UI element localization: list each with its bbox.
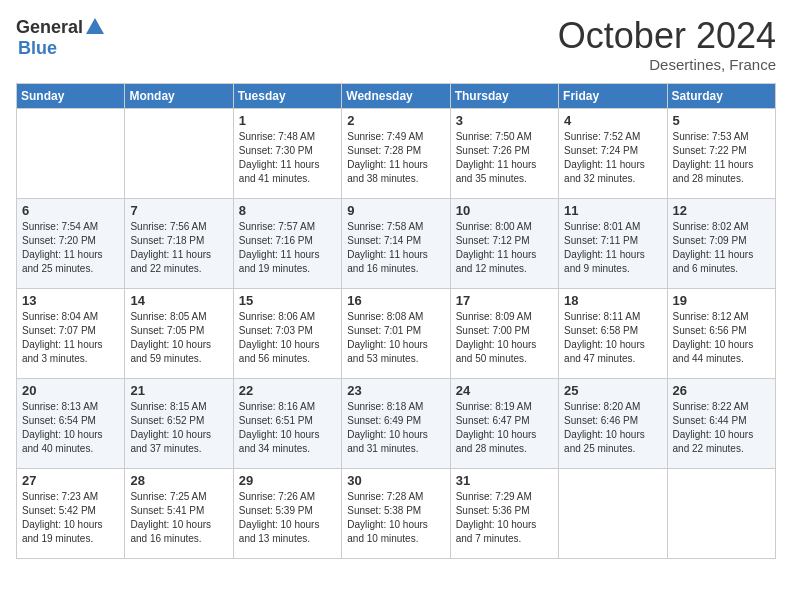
- day-info: Sunrise: 8:04 AMSunset: 7:07 PMDaylight:…: [22, 310, 119, 366]
- calendar-table: SundayMondayTuesdayWednesdayThursdayFrid…: [16, 83, 776, 559]
- day-cell: 4Sunrise: 7:52 AMSunset: 7:24 PMDaylight…: [559, 108, 667, 198]
- logo-general: General: [16, 17, 83, 38]
- col-header-thursday: Thursday: [450, 83, 558, 108]
- day-number: 22: [239, 383, 336, 398]
- logo-blue: Blue: [18, 38, 57, 58]
- day-number: 19: [673, 293, 770, 308]
- day-info: Sunrise: 7:25 AMSunset: 5:41 PMDaylight:…: [130, 490, 227, 546]
- day-cell: 1Sunrise: 7:48 AMSunset: 7:30 PMDaylight…: [233, 108, 341, 198]
- day-info: Sunrise: 8:20 AMSunset: 6:46 PMDaylight:…: [564, 400, 661, 456]
- day-number: 5: [673, 113, 770, 128]
- day-cell: [125, 108, 233, 198]
- day-number: 6: [22, 203, 119, 218]
- col-header-friday: Friday: [559, 83, 667, 108]
- day-info: Sunrise: 8:05 AMSunset: 7:05 PMDaylight:…: [130, 310, 227, 366]
- day-info: Sunrise: 7:54 AMSunset: 7:20 PMDaylight:…: [22, 220, 119, 276]
- day-info: Sunrise: 7:49 AMSunset: 7:28 PMDaylight:…: [347, 130, 444, 186]
- day-cell: 26Sunrise: 8:22 AMSunset: 6:44 PMDayligh…: [667, 378, 775, 468]
- day-number: 14: [130, 293, 227, 308]
- day-cell: 29Sunrise: 7:26 AMSunset: 5:39 PMDayligh…: [233, 468, 341, 558]
- day-info: Sunrise: 7:29 AMSunset: 5:36 PMDaylight:…: [456, 490, 553, 546]
- calendar-header-row: SundayMondayTuesdayWednesdayThursdayFrid…: [17, 83, 776, 108]
- day-cell: 13Sunrise: 8:04 AMSunset: 7:07 PMDayligh…: [17, 288, 125, 378]
- day-cell: 10Sunrise: 8:00 AMSunset: 7:12 PMDayligh…: [450, 198, 558, 288]
- day-number: 4: [564, 113, 661, 128]
- day-cell: 27Sunrise: 7:23 AMSunset: 5:42 PMDayligh…: [17, 468, 125, 558]
- day-cell: 22Sunrise: 8:16 AMSunset: 6:51 PMDayligh…: [233, 378, 341, 468]
- day-cell: 20Sunrise: 8:13 AMSunset: 6:54 PMDayligh…: [17, 378, 125, 468]
- day-number: 21: [130, 383, 227, 398]
- day-number: 17: [456, 293, 553, 308]
- day-cell: 15Sunrise: 8:06 AMSunset: 7:03 PMDayligh…: [233, 288, 341, 378]
- day-cell: 16Sunrise: 8:08 AMSunset: 7:01 PMDayligh…: [342, 288, 450, 378]
- day-cell: 6Sunrise: 7:54 AMSunset: 7:20 PMDaylight…: [17, 198, 125, 288]
- day-info: Sunrise: 8:11 AMSunset: 6:58 PMDaylight:…: [564, 310, 661, 366]
- day-cell: 7Sunrise: 7:56 AMSunset: 7:18 PMDaylight…: [125, 198, 233, 288]
- day-number: 20: [22, 383, 119, 398]
- day-cell: 31Sunrise: 7:29 AMSunset: 5:36 PMDayligh…: [450, 468, 558, 558]
- day-number: 9: [347, 203, 444, 218]
- day-info: Sunrise: 8:12 AMSunset: 6:56 PMDaylight:…: [673, 310, 770, 366]
- col-header-saturday: Saturday: [667, 83, 775, 108]
- week-row-5: 27Sunrise: 7:23 AMSunset: 5:42 PMDayligh…: [17, 468, 776, 558]
- day-number: 29: [239, 473, 336, 488]
- day-cell: 25Sunrise: 8:20 AMSunset: 6:46 PMDayligh…: [559, 378, 667, 468]
- day-info: Sunrise: 8:19 AMSunset: 6:47 PMDaylight:…: [456, 400, 553, 456]
- day-number: 11: [564, 203, 661, 218]
- day-number: 7: [130, 203, 227, 218]
- day-cell: 19Sunrise: 8:12 AMSunset: 6:56 PMDayligh…: [667, 288, 775, 378]
- day-cell: 8Sunrise: 7:57 AMSunset: 7:16 PMDaylight…: [233, 198, 341, 288]
- day-cell: 14Sunrise: 8:05 AMSunset: 7:05 PMDayligh…: [125, 288, 233, 378]
- day-info: Sunrise: 8:13 AMSunset: 6:54 PMDaylight:…: [22, 400, 119, 456]
- day-info: Sunrise: 8:02 AMSunset: 7:09 PMDaylight:…: [673, 220, 770, 276]
- day-number: 12: [673, 203, 770, 218]
- month-title: October 2024: [558, 16, 776, 56]
- day-number: 27: [22, 473, 119, 488]
- day-number: 1: [239, 113, 336, 128]
- logo: General Blue: [16, 16, 107, 59]
- day-number: 24: [456, 383, 553, 398]
- day-cell: 2Sunrise: 7:49 AMSunset: 7:28 PMDaylight…: [342, 108, 450, 198]
- week-row-2: 6Sunrise: 7:54 AMSunset: 7:20 PMDaylight…: [17, 198, 776, 288]
- day-number: 25: [564, 383, 661, 398]
- day-cell: 9Sunrise: 7:58 AMSunset: 7:14 PMDaylight…: [342, 198, 450, 288]
- day-number: 8: [239, 203, 336, 218]
- day-number: 16: [347, 293, 444, 308]
- day-cell: 3Sunrise: 7:50 AMSunset: 7:26 PMDaylight…: [450, 108, 558, 198]
- location-title: Desertines, France: [558, 56, 776, 73]
- day-cell: 11Sunrise: 8:01 AMSunset: 7:11 PMDayligh…: [559, 198, 667, 288]
- day-cell: [559, 468, 667, 558]
- col-header-sunday: Sunday: [17, 83, 125, 108]
- page: General Blue October 2024 Desertines, Fr…: [0, 0, 792, 612]
- day-info: Sunrise: 8:16 AMSunset: 6:51 PMDaylight:…: [239, 400, 336, 456]
- day-info: Sunrise: 8:00 AMSunset: 7:12 PMDaylight:…: [456, 220, 553, 276]
- header: General Blue October 2024 Desertines, Fr…: [16, 16, 776, 73]
- day-cell: 23Sunrise: 8:18 AMSunset: 6:49 PMDayligh…: [342, 378, 450, 468]
- col-header-monday: Monday: [125, 83, 233, 108]
- day-info: Sunrise: 8:06 AMSunset: 7:03 PMDaylight:…: [239, 310, 336, 366]
- day-info: Sunrise: 8:08 AMSunset: 7:01 PMDaylight:…: [347, 310, 444, 366]
- day-number: 31: [456, 473, 553, 488]
- day-info: Sunrise: 7:50 AMSunset: 7:26 PMDaylight:…: [456, 130, 553, 186]
- day-info: Sunrise: 7:48 AMSunset: 7:30 PMDaylight:…: [239, 130, 336, 186]
- day-info: Sunrise: 7:28 AMSunset: 5:38 PMDaylight:…: [347, 490, 444, 546]
- day-number: 23: [347, 383, 444, 398]
- day-cell: 21Sunrise: 8:15 AMSunset: 6:52 PMDayligh…: [125, 378, 233, 468]
- day-cell: 17Sunrise: 8:09 AMSunset: 7:00 PMDayligh…: [450, 288, 558, 378]
- day-info: Sunrise: 8:01 AMSunset: 7:11 PMDaylight:…: [564, 220, 661, 276]
- day-number: 18: [564, 293, 661, 308]
- week-row-4: 20Sunrise: 8:13 AMSunset: 6:54 PMDayligh…: [17, 378, 776, 468]
- day-cell: [17, 108, 125, 198]
- day-cell: [667, 468, 775, 558]
- week-row-1: 1Sunrise: 7:48 AMSunset: 7:30 PMDaylight…: [17, 108, 776, 198]
- day-cell: 24Sunrise: 8:19 AMSunset: 6:47 PMDayligh…: [450, 378, 558, 468]
- day-cell: 30Sunrise: 7:28 AMSunset: 5:38 PMDayligh…: [342, 468, 450, 558]
- day-info: Sunrise: 8:15 AMSunset: 6:52 PMDaylight:…: [130, 400, 227, 456]
- day-number: 28: [130, 473, 227, 488]
- day-info: Sunrise: 7:52 AMSunset: 7:24 PMDaylight:…: [564, 130, 661, 186]
- week-row-3: 13Sunrise: 8:04 AMSunset: 7:07 PMDayligh…: [17, 288, 776, 378]
- day-cell: 18Sunrise: 8:11 AMSunset: 6:58 PMDayligh…: [559, 288, 667, 378]
- day-number: 2: [347, 113, 444, 128]
- day-cell: 5Sunrise: 7:53 AMSunset: 7:22 PMDaylight…: [667, 108, 775, 198]
- day-info: Sunrise: 7:57 AMSunset: 7:16 PMDaylight:…: [239, 220, 336, 276]
